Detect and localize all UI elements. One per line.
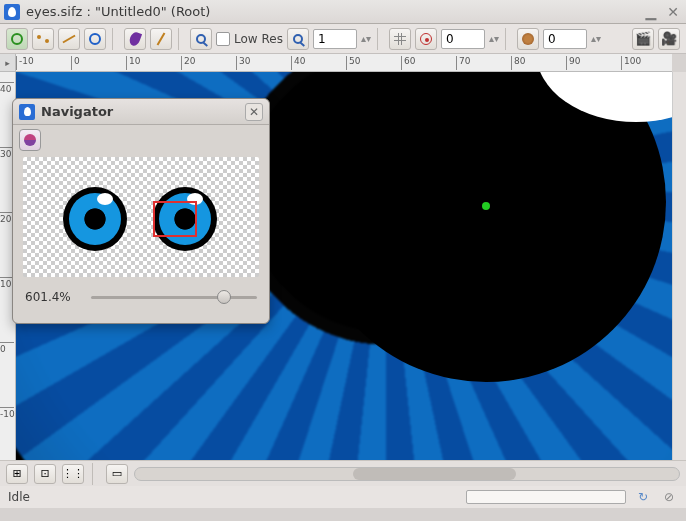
separator [377, 28, 383, 50]
zoom-icon [196, 34, 206, 44]
vertical-scrollbar[interactable] [672, 72, 686, 460]
navigator-preview[interactable] [23, 157, 259, 277]
preview-eye-left [63, 187, 127, 251]
tool-tangent-button[interactable] [58, 28, 80, 50]
status-text: Idle [8, 490, 30, 504]
navigator-zoom-slider[interactable] [91, 289, 257, 305]
ruler-tick: 20 [181, 56, 195, 70]
tool-draw-button[interactable] [150, 28, 172, 50]
onion-button[interactable] [517, 28, 539, 50]
progress-bar [466, 490, 626, 504]
bottom-toolbar: ⊞ ⊡ ⋮⋮ ▭ [0, 460, 686, 486]
app-icon [4, 4, 20, 20]
frame-b-value: 0 [548, 32, 556, 46]
status-bar: Idle ↻ ⊘ [0, 486, 686, 508]
ruler-tick: -10 [0, 407, 14, 419]
onion-icon [522, 33, 534, 45]
slider-thumb[interactable] [217, 290, 231, 304]
ruler-tick: 50 [346, 56, 360, 70]
navigator-footer: 601.4% [13, 283, 269, 311]
timetrack-button-1[interactable]: ⊞ [6, 464, 28, 484]
main-toolbar: Low Res 1 ▴▾ 0 ▴▾ 0 ▴▾ 🎬 🎥 [0, 24, 686, 54]
scroll-thumb[interactable] [353, 468, 516, 480]
zoom-in-button[interactable] [190, 28, 212, 50]
camera-icon: 🎥 [661, 31, 677, 46]
window-title: eyes.sifz : "Untitled0" (Root) [26, 4, 210, 19]
grid-icon [394, 33, 406, 45]
ruler-tick: 10 [126, 56, 140, 70]
slider-track [91, 296, 257, 299]
horizontal-scrollbar[interactable] [134, 467, 680, 481]
timetrack-button-3[interactable]: ⋮⋮ [62, 464, 84, 484]
snap-button[interactable] [415, 28, 437, 50]
feather-icon [128, 30, 142, 47]
lowres-label: Low Res [234, 32, 283, 46]
ruler-corner[interactable]: ▸ [0, 54, 16, 72]
navigator-title: Navigator [41, 104, 113, 119]
separator [178, 28, 184, 50]
handles-icon [37, 33, 49, 45]
ruler-tick: 40 [0, 82, 14, 94]
navigator-compass-button[interactable] [19, 129, 41, 151]
separator [92, 463, 98, 485]
zoom-icon [293, 34, 303, 44]
navigator-icon [19, 104, 35, 120]
timetrack-button-2[interactable]: ⊡ [34, 464, 56, 484]
lowres-checkbox[interactable] [216, 32, 230, 46]
pencil-icon [157, 32, 166, 45]
ruler-tick: 90 [566, 56, 580, 70]
ruler-tick: 40 [291, 56, 305, 70]
grid-toggle-button[interactable] [389, 28, 411, 50]
navigator-close-button[interactable]: ✕ [245, 103, 263, 121]
cancel-button[interactable]: ⊘ [660, 488, 678, 506]
minimize-button[interactable]: ▁ [642, 4, 660, 20]
clapper-icon: 🎬 [635, 31, 651, 46]
preview-button[interactable]: 🎥 [658, 28, 680, 50]
ruler-tick: 80 [511, 56, 525, 70]
stepper-icon[interactable]: ▴▾ [591, 33, 601, 44]
ruler-tick: 100 [621, 56, 641, 70]
tool-handles-button[interactable] [32, 28, 54, 50]
stepper-icon[interactable]: ▴▾ [489, 33, 499, 44]
navigator-titlebar[interactable]: Navigator ✕ [13, 99, 269, 125]
target-icon [420, 33, 432, 45]
navigator-panel[interactable]: Navigator ✕ 601.4% [12, 98, 270, 324]
stepper-icon[interactable]: ▴▾ [361, 33, 371, 44]
ruler-tick: -10 [16, 56, 34, 70]
separator [505, 28, 511, 50]
ruler-tick: 60 [401, 56, 415, 70]
frame-a-value: 0 [446, 32, 454, 46]
refresh-button[interactable]: ↻ [634, 488, 652, 506]
circle-icon [11, 33, 23, 45]
window-titlebar: eyes.sifz : "Untitled0" (Root) ▁ ✕ [0, 0, 686, 24]
frame-a-field[interactable]: 0 [441, 29, 485, 49]
ruler-tick: 70 [456, 56, 470, 70]
ruler-tick: 0 [0, 342, 14, 354]
tool-circle-button[interactable] [6, 28, 28, 50]
navigator-view-rect[interactable] [153, 201, 197, 237]
timetrack-button-4[interactable]: ▭ [106, 464, 128, 484]
navigator-zoom-value: 601.4% [25, 290, 81, 304]
frame-b-field[interactable]: 0 [543, 29, 587, 49]
quality-field[interactable]: 1 [313, 29, 357, 49]
tool-brush-button[interactable] [124, 28, 146, 50]
render-button[interactable]: 🎬 [632, 28, 654, 50]
quality-value: 1 [318, 32, 326, 46]
horizontal-ruler[interactable]: -10 0 10 20 30 40 50 60 70 80 90 100 110 [16, 54, 672, 72]
ring-icon [89, 33, 101, 45]
ruler-tick: 30 [236, 56, 250, 70]
tangent-icon [62, 34, 75, 43]
origin-handle[interactable] [482, 202, 490, 210]
ruler-tick: 0 [71, 56, 80, 70]
separator [112, 28, 118, 50]
zoom-fit-button[interactable] [287, 28, 309, 50]
close-button[interactable]: ✕ [664, 4, 682, 20]
tool-ring-button[interactable] [84, 28, 106, 50]
navigator-toolbar [13, 125, 269, 155]
